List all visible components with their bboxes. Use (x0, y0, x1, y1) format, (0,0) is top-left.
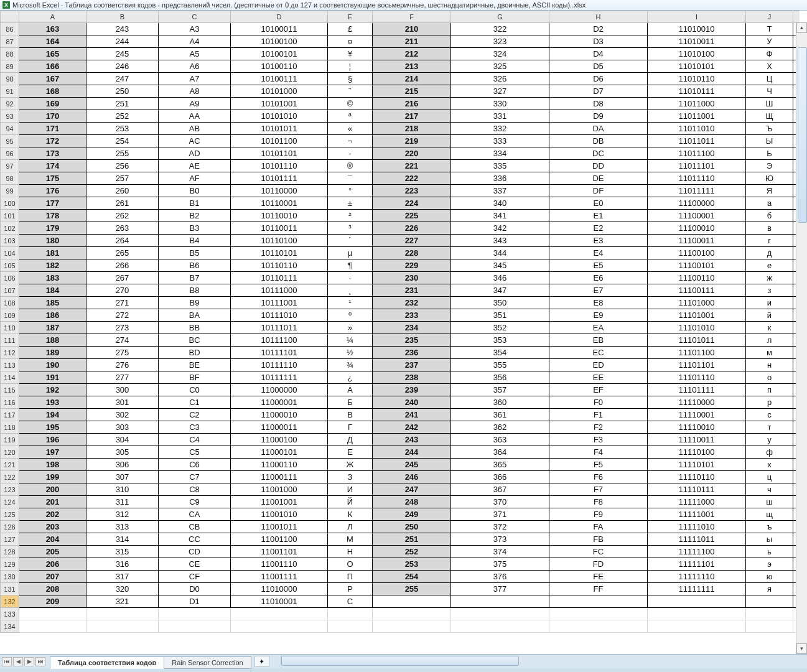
cell[interactable]: 182 (19, 259, 86, 272)
cell[interactable]: E1 (549, 210, 648, 222)
row-header[interactable]: 89 (1, 60, 19, 73)
cell[interactable]: П (328, 571, 373, 583)
cell[interactable]: 10110110 (231, 259, 328, 272)
row-header[interactable]: 97 (1, 160, 19, 172)
row-header[interactable]: 106 (1, 272, 19, 284)
row-header[interactable]: 92 (1, 98, 19, 110)
row-header[interactable]: 111 (1, 334, 19, 347)
cell[interactable]: 238 (373, 371, 451, 384)
cell[interactable]: CF (159, 571, 231, 583)
cell[interactable]: 11110010 (648, 421, 746, 434)
cell[interactable]: 245 (86, 48, 159, 60)
cell[interactable]: 11101001 (648, 309, 746, 322)
cell[interactable]: г (746, 235, 793, 247)
cell[interactable]: 10111110 (231, 359, 328, 371)
cell[interactable]: 10111101 (231, 347, 328, 359)
table-row[interactable]: 128205315CD11001101Н252374FC11111100ь (1, 546, 800, 558)
cell[interactable]: 11101000 (648, 297, 746, 309)
table-row[interactable]: 106183267B710110111·230346E611100110ж (1, 272, 800, 284)
cell[interactable]: 216 (373, 98, 451, 110)
cell[interactable]: 353 (451, 334, 549, 347)
cell[interactable]: « (328, 123, 373, 135)
cell[interactable]: BD (159, 347, 231, 359)
cell[interactable]: 11111101 (648, 558, 746, 571)
cell[interactable]: 10110101 (231, 247, 328, 259)
cell[interactable]: 177 (19, 197, 86, 210)
cell[interactable]: ª (328, 110, 373, 123)
cell[interactable]: 172 (19, 135, 86, 147)
row-header[interactable]: 117 (1, 409, 19, 421)
row-header[interactable]: 114 (1, 371, 19, 384)
cell[interactable]: 304 (86, 434, 159, 446)
cell[interactable]: В (328, 409, 373, 421)
cell[interactable]: 229 (373, 259, 451, 272)
cell[interactable]: 11110110 (648, 471, 746, 483)
cell[interactable]: 166 (19, 60, 86, 73)
col-header[interactable]: J (746, 11, 793, 23)
cell[interactable]: 360 (451, 396, 549, 409)
table-row[interactable]: 116193301C111000001Б240360F011110000р (1, 396, 800, 409)
cell[interactable] (19, 608, 86, 620)
cell[interactable]: С (328, 595, 373, 608)
cell[interactable]: 11011101 (648, 160, 746, 172)
cell[interactable]: 11001100 (231, 533, 328, 546)
cell[interactable]: ° (328, 185, 373, 197)
cell[interactable]: 250 (86, 85, 159, 98)
cell[interactable]: 165 (19, 48, 86, 60)
cell[interactable]: B8 (159, 284, 231, 297)
cell[interactable]: Х (746, 60, 793, 73)
cell[interactable]: 11001010 (231, 508, 328, 521)
row-header[interactable]: 104 (1, 247, 19, 259)
cell[interactable]: 11010001 (231, 595, 328, 608)
cell[interactable]: 11011010 (648, 123, 746, 135)
cell[interactable]: 272 (86, 309, 159, 322)
cell[interactable]: з (746, 284, 793, 297)
cell[interactable]: 276 (86, 359, 159, 371)
row-header[interactable]: 94 (1, 123, 19, 135)
cell[interactable]: 316 (86, 558, 159, 571)
cell[interactable]: 11111011 (648, 533, 746, 546)
cell[interactable]: C0 (159, 384, 231, 396)
table-row[interactable]: 89166246A610100110¦213325D511010101Х (1, 60, 800, 73)
cell[interactable]: 11011111 (648, 185, 746, 197)
cell[interactable]: B1 (159, 197, 231, 210)
cell[interactable]: в (746, 222, 793, 235)
cell[interactable]: 196 (19, 434, 86, 446)
cell[interactable]: 247 (86, 73, 159, 85)
cell[interactable]: 354 (451, 347, 549, 359)
cell[interactable]: 10101011 (231, 123, 328, 135)
cell[interactable]: 11111111 (648, 583, 746, 595)
row-header[interactable]: 130 (1, 571, 19, 583)
cell[interactable]: м (746, 347, 793, 359)
horizontal-scrollbar[interactable] (281, 655, 796, 668)
cell[interactable]: 237 (373, 359, 451, 371)
cell[interactable]: 226 (373, 222, 451, 235)
table-row[interactable]: 123200310C811001000И247367F711110111ч (1, 483, 800, 496)
cell[interactable]: 11111000 (648, 496, 746, 508)
cell[interactable]: D8 (549, 98, 648, 110)
cell[interactable]: Н (328, 546, 373, 558)
cell[interactable]: C6 (159, 459, 231, 471)
cell[interactable] (451, 595, 549, 608)
cell[interactable]: 204 (19, 533, 86, 546)
cell[interactable]: 10100101 (231, 48, 328, 60)
cell[interactable]: 256 (86, 160, 159, 172)
cell[interactable]: 205 (19, 546, 86, 558)
tab-last-icon[interactable]: ⏭ (35, 657, 45, 666)
cell[interactable] (648, 620, 746, 633)
table-row[interactable]: 104181265B510110101µ228344E411100100д (1, 247, 800, 259)
cell[interactable]: D4 (549, 48, 648, 60)
table-row[interactable]: 122199307C711000111З246366F611110110ц (1, 471, 800, 483)
cell[interactable] (648, 595, 746, 608)
cell[interactable]: ¸ (328, 284, 373, 297)
cell[interactable] (231, 620, 328, 633)
cell[interactable]: ¾ (328, 359, 373, 371)
cell[interactable]: 181 (19, 247, 86, 259)
cell[interactable]: Б (328, 396, 373, 409)
col-header[interactable]: H (549, 11, 648, 23)
cell[interactable]: 311 (86, 496, 159, 508)
cell[interactable]: 321 (86, 595, 159, 608)
cell[interactable]: 267 (86, 272, 159, 284)
vertical-scrollbar[interactable]: ▲ ▼ (796, 22, 807, 654)
table-row[interactable]: 92169251A910101001©216330D811011000Ш (1, 98, 800, 110)
